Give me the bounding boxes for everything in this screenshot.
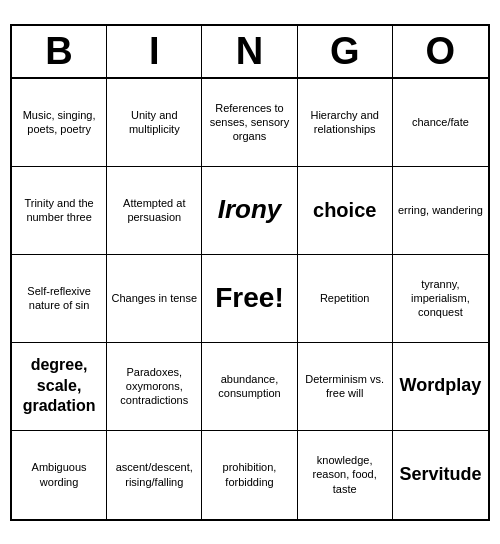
bingo-cell: Determinism vs. free will [298, 343, 393, 431]
bingo-cell: degree, scale, gradation [12, 343, 107, 431]
bingo-cell: Trinity and the number three [12, 167, 107, 255]
header-letter: O [393, 26, 488, 77]
header-letter: N [202, 26, 297, 77]
header-letter: B [12, 26, 107, 77]
header-letter: G [298, 26, 393, 77]
bingo-cell: prohibition, forbidding [202, 431, 297, 519]
bingo-cell: chance/fate [393, 79, 488, 167]
bingo-cell: tyranny, imperialism, conquest [393, 255, 488, 343]
header-letter: I [107, 26, 202, 77]
bingo-card: BINGO Music, singing, poets, poetryUnity… [10, 24, 490, 521]
bingo-cell: Hierarchy and relationships [298, 79, 393, 167]
bingo-cell: Paradoxes, oxymorons, contradictions [107, 343, 202, 431]
bingo-cell: choice [298, 167, 393, 255]
bingo-cell: Unity and multiplicity [107, 79, 202, 167]
bingo-cell: Music, singing, poets, poetry [12, 79, 107, 167]
bingo-grid: Music, singing, poets, poetryUnity and m… [12, 79, 488, 519]
bingo-cell: Servitude [393, 431, 488, 519]
bingo-cell: erring, wandering [393, 167, 488, 255]
bingo-cell: abundance, consumption [202, 343, 297, 431]
bingo-cell: Attempted at persuasion [107, 167, 202, 255]
bingo-cell: Changes in tense [107, 255, 202, 343]
bingo-header: BINGO [12, 26, 488, 79]
bingo-cell: Repetition [298, 255, 393, 343]
bingo-cell: References to senses, sensory organs [202, 79, 297, 167]
bingo-cell: Self-reflexive nature of sin [12, 255, 107, 343]
bingo-cell: Ambiguous wording [12, 431, 107, 519]
bingo-cell: ascent/descent, rising/falling [107, 431, 202, 519]
bingo-cell: Irony [202, 167, 297, 255]
bingo-cell: Wordplay [393, 343, 488, 431]
bingo-cell: knowledge, reason, food, taste [298, 431, 393, 519]
bingo-cell: Free! [202, 255, 297, 343]
